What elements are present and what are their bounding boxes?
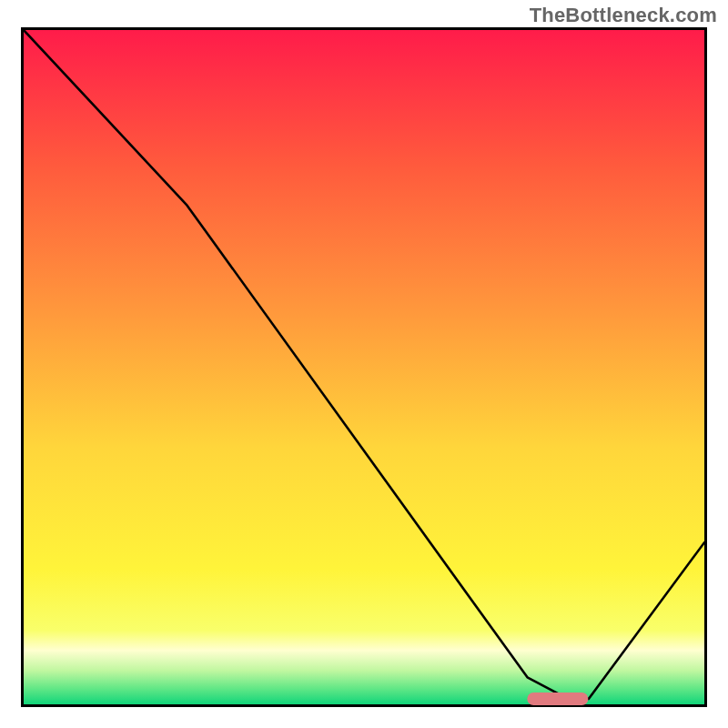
gradient-rect: [24, 30, 704, 704]
bottleneck-marker: [528, 693, 589, 705]
watermark-text: TheBottleneck.com: [530, 4, 717, 27]
chart-svg: [24, 30, 704, 704]
root: { "watermark": { "text": "TheBottleneck.…: [0, 0, 728, 728]
plot-area: [24, 30, 704, 704]
plot-frame: [21, 27, 707, 707]
